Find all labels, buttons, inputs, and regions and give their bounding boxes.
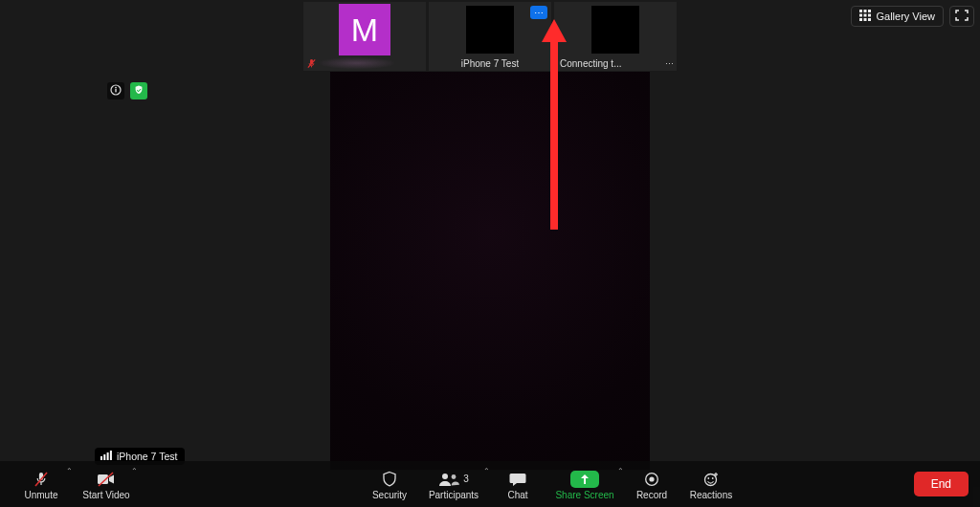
mic-muted-icon <box>33 469 50 490</box>
record-label: Record <box>636 490 667 500</box>
share-screen-label: Share Screen <box>555 490 613 500</box>
encryption-badge[interactable] <box>130 82 147 99</box>
svg-rect-5 <box>868 14 871 17</box>
grid-icon <box>859 10 871 23</box>
svg-rect-6 <box>859 18 862 21</box>
start-video-label: Start Video <box>82 490 129 500</box>
participant-thumbnail[interactable]: Connecting t... ⋯ <box>554 2 677 71</box>
start-video-button[interactable]: Start Video ⌃ <box>77 461 136 507</box>
share-screen-icon <box>570 471 599 488</box>
participants-count: 3 <box>463 474 469 484</box>
record-button[interactable]: Record <box>622 461 681 507</box>
svg-point-25 <box>705 474 717 485</box>
svg-point-27 <box>712 477 714 479</box>
security-button[interactable]: Security <box>360 461 419 507</box>
svg-point-22 <box>452 474 457 479</box>
participants-label: Participants <box>429 490 479 500</box>
participant-thumbnail[interactable]: M <box>303 2 426 71</box>
end-label: End <box>931 477 951 491</box>
reactions-label: Reactions <box>690 490 732 500</box>
participant-thumbnail-strip: M ⋯ iPhone 7 Test Connecting t... ⋯ <box>303 2 677 71</box>
participants-button[interactable]: 3 Participants ⌃ <box>419 461 488 507</box>
svg-rect-17 <box>110 451 112 460</box>
participants-icon: 3 <box>438 469 469 490</box>
svg-point-12 <box>115 87 117 89</box>
participant-name-label: Connecting t... <box>560 58 621 69</box>
svg-point-21 <box>442 474 448 479</box>
thumbnail-more-button[interactable]: ⋯ <box>530 6 547 19</box>
svg-rect-7 <box>864 18 867 21</box>
svg-point-24 <box>649 476 654 481</box>
chat-label: Chat <box>507 490 527 500</box>
security-label: Security <box>372 490 407 500</box>
svg-rect-14 <box>100 456 102 460</box>
info-icon <box>110 82 122 99</box>
record-icon <box>644 469 659 490</box>
svg-rect-1 <box>864 10 867 12</box>
chevron-up-icon[interactable]: ⌃ <box>131 467 138 475</box>
participant-thumbnail[interactable]: ⋯ iPhone 7 Test <box>429 2 551 71</box>
share-screen-button[interactable]: Share Screen ⌃ <box>547 461 622 507</box>
svg-rect-16 <box>107 452 109 460</box>
participant-avatar: M <box>339 4 390 55</box>
meeting-controls-bar: Unmute ⌃ Start Video ⌃ Security 3 Partic… <box>0 461 980 507</box>
unmute-button[interactable]: Unmute ⌃ <box>11 461 71 507</box>
active-speaker-video[interactable] <box>330 72 650 470</box>
avatar-initial: M <box>351 11 378 49</box>
svg-point-26 <box>707 477 709 479</box>
shield-icon <box>382 469 397 490</box>
end-meeting-button[interactable]: End <box>914 472 969 496</box>
participant-video-off <box>591 6 639 54</box>
svg-rect-3 <box>859 14 862 17</box>
gallery-view-label: Gallery View <box>876 11 935 22</box>
reactions-button[interactable]: Reactions <box>681 461 741 507</box>
participant-name-redacted <box>320 57 394 69</box>
chat-icon <box>509 469 526 490</box>
reactions-icon <box>702 469 720 490</box>
video-off-icon <box>97 469 116 490</box>
participant-video-off <box>466 6 514 54</box>
more-icon: ⋯ <box>534 8 545 18</box>
fullscreen-icon <box>955 8 969 25</box>
mic-muted-icon <box>306 58 317 69</box>
chat-button[interactable]: Chat <box>488 461 547 507</box>
svg-rect-13 <box>115 89 116 92</box>
svg-rect-0 <box>859 10 862 12</box>
svg-rect-2 <box>868 10 871 12</box>
svg-rect-8 <box>868 18 871 21</box>
meeting-info-button[interactable] <box>107 82 124 99</box>
gallery-view-button[interactable]: Gallery View <box>851 6 944 27</box>
svg-rect-15 <box>103 454 105 460</box>
participant-name-label: iPhone 7 Test <box>461 58 519 69</box>
unmute-label: Unmute <box>24 490 57 500</box>
svg-rect-4 <box>864 14 867 17</box>
shield-check-icon <box>133 82 145 99</box>
thumbnail-status-icons: ⋯ <box>665 59 674 69</box>
fullscreen-button[interactable] <box>949 6 974 27</box>
chevron-up-icon[interactable]: ⌃ <box>66 467 73 475</box>
